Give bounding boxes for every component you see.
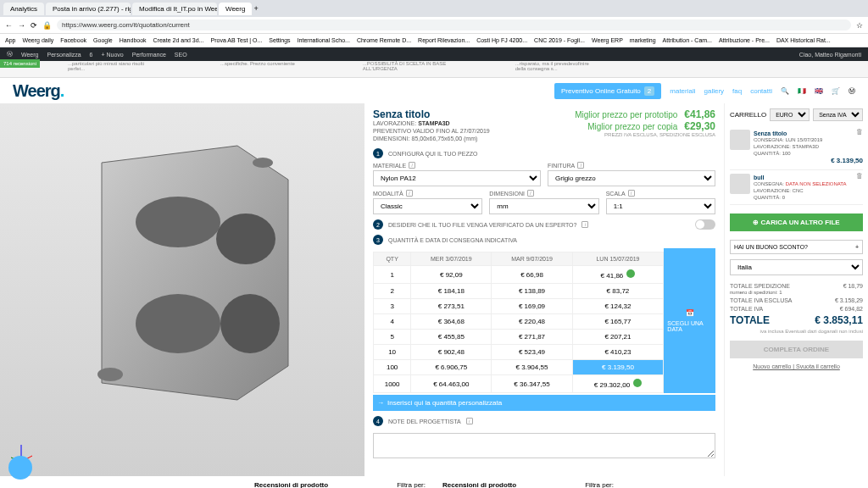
lang-it-icon[interactable]: 🇮🇹 <box>798 87 806 95</box>
logo[interactable]: Weerg. <box>13 81 64 101</box>
notes-textarea[interactable] <box>373 433 715 458</box>
upload-button[interactable]: ⊕ CARICA UN ALTRO FILE <box>730 214 863 231</box>
best-proto: Miglior prezzo per prototipo€41,86 <box>575 108 715 120</box>
bookmark[interactable]: marketing <box>630 37 656 43</box>
country-select[interactable]: Italia <box>730 259 863 275</box>
info-icon[interactable]: i <box>466 418 473 424</box>
wp-user[interactable]: Ciao, Matteo Rigamonti <box>799 52 861 58</box>
wp-item[interactable]: + Nuovo <box>101 52 123 58</box>
svg-point-2 <box>136 294 220 353</box>
table-row[interactable]: 100€ 6.906,75€ 3.904,55€ 3.139,50 <box>374 360 664 375</box>
vat-select[interactable]: Senza IVA <box>813 108 863 121</box>
info-icon[interactable]: i <box>406 190 413 197</box>
bookmark[interactable]: Create 2d and 3d... <box>153 37 204 43</box>
info-icon[interactable]: i <box>409 162 415 169</box>
table-row[interactable]: 2€ 184,18€ 138,89€ 83,72 <box>374 284 664 299</box>
bookmark[interactable]: Settings <box>269 37 290 43</box>
wp-item[interactable]: SEO <box>175 52 187 58</box>
valid-until: PREVENTIVO VALIDO FINO AL 27/07/2019 <box>373 128 490 134</box>
site-header: Weerg. Preventivo Online Gratuito2 mater… <box>0 78 868 103</box>
wp-logo-icon[interactable]: ⓦ <box>7 50 13 58</box>
svg-point-3 <box>220 294 280 353</box>
wp-item[interactable]: Personalizza <box>47 52 81 58</box>
tab[interactable]: Analytics <box>3 3 44 15</box>
3d-viewer[interactable] <box>0 103 364 476</box>
complete-order-button[interactable]: COMPLETA ORDINE <box>730 341 863 358</box>
nav-link[interactable]: faq <box>732 87 742 95</box>
table-row[interactable]: 1000€ 64.463,00€ 36.347,55€ 29.302,00 <box>374 375 664 393</box>
bookmark[interactable]: DAX Historical Rat... <box>776 37 831 43</box>
scale-select[interactable]: 1:1 <box>606 198 715 214</box>
material-select[interactable]: Nylon PA12 <box>373 170 541 186</box>
cart-icon[interactable]: 🛒 <box>832 87 840 95</box>
best-price-icon <box>633 379 642 387</box>
cart-links[interactable]: Nuovo carrello | Svuota il carrello <box>730 363 863 369</box>
finish-select[interactable]: Grigio grezzo <box>548 170 715 186</box>
mode-select[interactable]: Classic <box>373 198 482 214</box>
bookmark[interactable]: Attribution - Cam... <box>663 37 712 43</box>
expert-toggle[interactable] <box>695 219 715 230</box>
nav-link[interactable]: materiali <box>670 87 695 95</box>
lang-en-icon[interactable]: 🇬🇧 <box>815 87 823 95</box>
forward-icon[interactable]: → <box>18 21 25 30</box>
bookmark[interactable]: Weerg daily <box>22 37 53 43</box>
bookmark[interactable]: Chrome Remote D... <box>357 37 411 43</box>
info-icon[interactable]: i <box>577 162 584 169</box>
tab[interactable]: Posta in arrivo (2.277) - rigom <box>46 3 131 15</box>
svg-point-1 <box>216 214 275 264</box>
table-row[interactable]: 1€ 92,09€ 66,98€ 41,86 <box>374 266 664 284</box>
bookmark[interactable]: Attribuzione - Pre... <box>719 37 770 43</box>
wp-item[interactable]: Weerg <box>21 52 39 58</box>
info-icon[interactable]: i <box>628 190 635 197</box>
table-row[interactable]: 3€ 273,51€ 169,09€ 124,32 <box>374 299 664 314</box>
table-row[interactable]: 10€ 902,48€ 523,49€ 410,23 <box>374 345 664 360</box>
nav-link[interactable]: contatti <box>750 87 772 95</box>
table-row[interactable]: 5€ 455,85€ 271,87€ 207,21 <box>374 330 664 345</box>
filter-select[interactable]: Filtra per: <box>397 481 426 488</box>
bookmark[interactable]: International Scho... <box>298 37 350 43</box>
total-note: iva inclusa Eventuali dazi doganali non … <box>730 329 863 334</box>
tab[interactable]: Modifica di It_IT.po in Weerg <box>132 3 217 15</box>
bookmark[interactable]: Weerg ERP <box>592 37 623 43</box>
bookmark[interactable]: Report Rilevazion... <box>418 37 470 43</box>
best-price-icon <box>626 269 635 278</box>
url-input[interactable]: https://www.weerg.com/it/quotation/curre… <box>57 19 851 30</box>
quote-button[interactable]: Preventivo Online Gratuito2 <box>554 83 661 99</box>
discount-toggle[interactable]: HAI UN BUONO SCONTO?+ <box>730 240 863 254</box>
choose-date-button[interactable]: 📅 SCEGLI UNA DATA <box>664 248 715 393</box>
step1-title: CONFIGURA QUI IL TUO PEZZO <box>388 151 477 157</box>
item-thumb <box>730 174 750 194</box>
wp-item[interactable]: Performance <box>132 52 166 58</box>
reviews-side-tab[interactable]: 714 recensioni <box>0 59 40 68</box>
bookmark[interactable]: Google <box>93 37 113 43</box>
cart-title: CARRELLO <box>730 111 766 119</box>
bookmark[interactable]: App <box>5 37 15 43</box>
bookmark[interactable]: Costi Hp FJ 4200... <box>476 37 527 43</box>
search-icon[interactable]: 🔍 <box>781 87 789 95</box>
back-icon[interactable]: ← <box>5 21 13 30</box>
chat-bubble-icon[interactable] <box>8 456 32 480</box>
new-tab-icon[interactable]: + <box>253 4 258 13</box>
custom-qty-input[interactable]: →Inserisci qui la quantità personalizzat… <box>373 395 715 411</box>
reload-icon[interactable]: ⟳ <box>31 21 37 30</box>
filter-select[interactable]: Filtra per: <box>585 481 614 488</box>
bookmark[interactable]: Prova AB Test | O... <box>211 37 263 43</box>
cart-item[interactable]: bull CONSEGNA: DATA NON SELEZIONATA LAVO… <box>730 170 863 205</box>
bookmark[interactable]: Facebook <box>60 37 86 43</box>
star-icon[interactable]: ☆ <box>856 21 863 30</box>
price-note: PREZZI IVA ESCLUSA, SPEDIZIONE ESCLUSA <box>575 132 715 137</box>
info-icon[interactable]: i <box>581 221 588 228</box>
bookmark[interactable]: CNC 2019 - Fogli... <box>534 37 585 43</box>
table-row[interactable]: 4€ 364,68€ 220,48€ 165,77 <box>374 314 664 330</box>
user-avatar-icon[interactable]: Ⓜ <box>849 86 855 96</box>
info-icon[interactable]: i <box>527 190 534 197</box>
tab-active[interactable]: Weerg <box>219 3 252 15</box>
currency-select[interactable]: EURO <box>770 108 810 121</box>
wp-item[interactable]: 6 <box>90 52 93 58</box>
trash-icon[interactable]: 🗑 <box>856 128 863 136</box>
trash-icon[interactable]: 🗑 <box>856 172 863 180</box>
nav-link[interactable]: gallery <box>704 87 725 95</box>
unit-select[interactable]: mm <box>489 198 598 214</box>
bookmark[interactable]: Handbook <box>120 37 147 43</box>
cart-item[interactable]: Senza titolo CONSEGNA: LUN 15/07/2019 LA… <box>730 126 863 170</box>
